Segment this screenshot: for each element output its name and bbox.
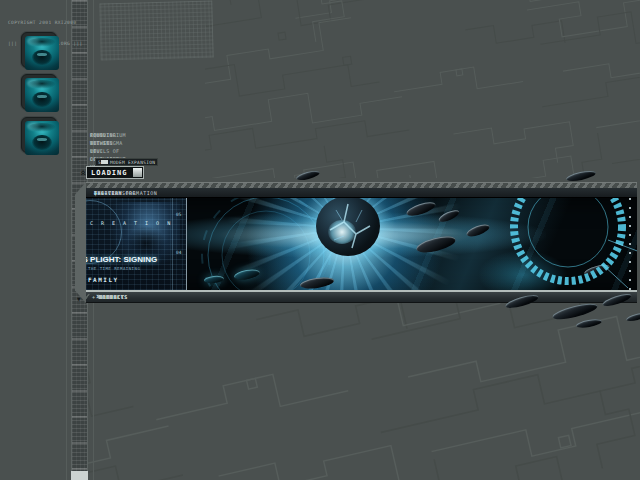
plight-subtext: THE TIME REMAINING (88, 266, 140, 271)
loading-label: LOADING (91, 169, 128, 177)
scream-face-button-1[interactable] (21, 32, 57, 68)
collage-number-column: 05 04 (172, 198, 186, 290)
nav-trailing-plus: ++++ (92, 294, 112, 300)
scroll-down-button[interactable]: ▼ (77, 295, 81, 302)
banner-title: THE TRANSFORMATION (94, 190, 157, 196)
banner-plus: + (94, 190, 98, 196)
scroll-up-button[interactable]: « (76, 166, 90, 180)
dot-column (629, 198, 631, 290)
page-background: COPYRIGHT 2001 RXI2000 ||| ISSUE KORDUS.… (0, 0, 640, 480)
modem-label: 56K MODEM EXPANSION (95, 158, 158, 166)
loading-progress-segment (133, 168, 142, 177)
collage-panel: C R E A T I O N FAMILY'S PLIGHT: SIGNING… (86, 198, 187, 290)
banner-header: DELIVERY ++++ EXORCIUM.ORG | THE TRANSFO… (86, 188, 637, 198)
scream-face-button-3[interactable] (21, 117, 57, 153)
guide-line-left (66, 0, 67, 480)
modem-label-block (101, 160, 108, 164)
hud-ring (482, 198, 637, 290)
nav-bar: » MAIN NEWS SKINS GRAPHICS PROJECTS CONT… (86, 292, 637, 303)
shattered-sphere (316, 198, 380, 256)
scream-face-icon (25, 36, 59, 70)
scream-face-icon (25, 121, 59, 155)
sphere-cracks (316, 198, 380, 256)
copyright-line1: COPYRIGHT 2001 RXI2000 (8, 19, 83, 26)
collage-num-bottom: 04 (176, 250, 181, 255)
collage-num-top: 05 (176, 212, 181, 217)
scream-face-button-2[interactable] (21, 74, 57, 110)
circuit-pattern-bottom (80, 300, 640, 480)
scream-face-icon (25, 78, 59, 112)
family-text: FAMILY (88, 276, 119, 283)
circuit-pattern-top (205, 0, 640, 178)
grid-patch (99, 1, 213, 61)
creation-text: C R E A T I O N (90, 220, 172, 226)
banner-art: C R E A T I O N FAMILY'S PLIGHT: SIGNING… (86, 198, 637, 290)
loading-indicator: LOADING (86, 166, 144, 179)
ruler-cap (71, 471, 88, 480)
